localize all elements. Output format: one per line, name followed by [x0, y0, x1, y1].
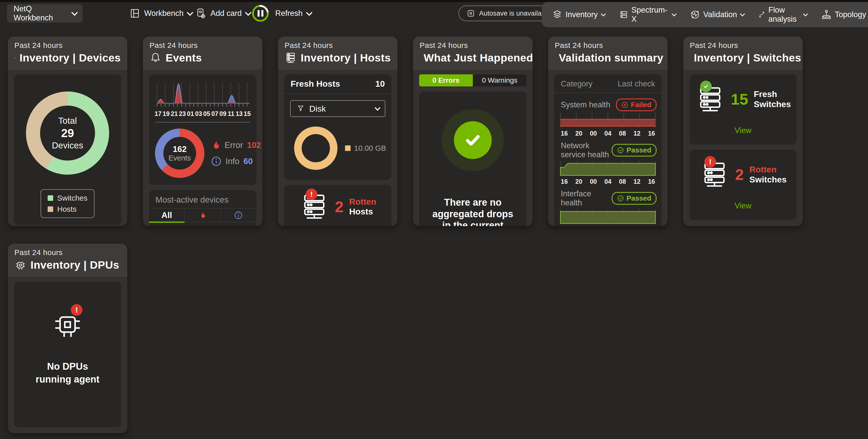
check-circle-icon — [617, 147, 624, 154]
x-axis-labels: 1620 0004 0812 16 — [557, 178, 659, 185]
filter-funnel-icon — [297, 104, 305, 113]
card-title: Inventory | DPUs — [31, 259, 119, 271]
legend-item-info: Info 60 — [211, 156, 261, 166]
chevron-down-icon — [803, 11, 808, 17]
workbench-icon — [129, 7, 141, 19]
nav-item-flow-analysis[interactable]: Flow analysis — [758, 5, 806, 24]
events-summary-panel: 1719 2123 0103 0507 0911 1315 162 Events — [149, 74, 256, 185]
timeframe-label: Past 24 hours — [555, 41, 661, 50]
tab-info[interactable] — [221, 209, 256, 222]
metric-select[interactable]: Disk — [290, 100, 385, 117]
most-active-devices-panel: Most-active devices All — [149, 190, 256, 226]
metric-select-value: Disk — [309, 104, 370, 114]
validation-row-interface-health: Interface health Passed — [554, 185, 661, 208]
refresh-menu[interactable]: Refresh — [252, 4, 311, 23]
workbench-menu[interactable]: Workbench — [129, 4, 191, 23]
view-fresh-switches-link[interactable]: View — [735, 126, 751, 135]
card-header: Past 24 hours Inventory | Switches — [683, 36, 803, 69]
rotten-hosts-icon — [299, 191, 330, 222]
timeframe-label: Past 24 hours — [420, 41, 526, 50]
route-icon — [758, 9, 765, 20]
check-badge-icon — [700, 81, 712, 92]
x-axis-labels: 1620 0004 0812 16 — [557, 130, 659, 137]
devices-donut-chart: Total 29 Devices — [26, 92, 109, 175]
donut-center-bottom: Devices — [52, 140, 83, 151]
donut-center-top: Total — [58, 116, 77, 126]
info-circle-icon — [234, 211, 243, 220]
rotten-switches-icon — [700, 159, 730, 190]
validation-row-network-service-health: Network service health Passed — [554, 137, 661, 159]
netq-dashboard: { "topbar": { "workspace": { "label": "N… — [0, 0, 868, 439]
chevron-down-icon — [306, 9, 312, 15]
validation-table-header: Category Last check — [554, 74, 661, 93]
server-stack-icon — [284, 52, 297, 64]
system-health-chart: 1620 0004 0812 16 — [554, 111, 661, 137]
autosave-status-label: Autosave is unavailable — [479, 9, 551, 18]
status-badge: Failed — [616, 98, 656, 111]
nav-item-label: Flow analysis — [769, 5, 800, 24]
rotten-switches-count: 2 — [735, 165, 744, 184]
fresh-hosts-label: Fresh Hosts — [290, 79, 340, 89]
timeframe-label: Past 24 hours — [690, 41, 796, 50]
legend-item-switches: Switches — [48, 194, 88, 202]
errors-toggle-button[interactable]: 0 Errors — [419, 74, 473, 87]
status-badge: Passed — [612, 144, 656, 157]
divider — [155, 122, 250, 123]
donut-center-label: Events — [168, 154, 191, 162]
card-title: Events — [165, 52, 202, 64]
rotten-hosts-count: 2 — [335, 198, 343, 216]
validation-table-panel: Category Last check System health Failed — [554, 74, 661, 226]
nav-item-inventory[interactable]: Inventory — [552, 9, 604, 20]
hosts-swatch — [48, 207, 53, 212]
nav-item-topology[interactable]: Topology — [821, 9, 868, 20]
devices-legend: Switches Hosts — [40, 189, 94, 218]
fresh-switches-panel: 15 Fresh Switches View — [689, 74, 797, 145]
rotten-switches-panel: 2 Rotten Switches View — [689, 150, 797, 220]
tab-all[interactable]: All — [149, 209, 185, 222]
wjh-status-panel: There are no aggregated drops in the cur… — [419, 92, 527, 226]
fresh-hosts-count: 10 — [375, 79, 385, 89]
wjh-error-warning-toggle: 0 Errors 0 Warnings — [419, 74, 527, 87]
timeframe-label: Past 24 hours — [14, 41, 121, 50]
column-last-check: Last check — [618, 80, 655, 89]
wjh-empty-message: There are no aggregated drops in the cur… — [428, 197, 518, 226]
alert-badge-icon — [705, 156, 716, 167]
workspace-selector[interactable]: NetQ Workbench — [7, 4, 83, 23]
server-stack-icon — [619, 9, 628, 20]
alert-badge-icon — [71, 304, 83, 316]
card-title: Inventory | Switches — [694, 52, 801, 64]
add-card-menu[interactable]: Add card — [195, 4, 250, 23]
fresh-switches-icon — [695, 84, 725, 115]
global-nav: Inventory Spectrum-X Validation Flo — [542, 2, 868, 27]
nav-item-spectrum-x[interactable]: Spectrum-X — [619, 5, 675, 24]
timeframe-label: Past 24 hours — [284, 41, 391, 50]
workbench-menu-label: Workbench — [144, 9, 184, 18]
nav-item-label: Validation — [704, 10, 737, 19]
bell-icon — [150, 52, 161, 64]
status-badge: Passed — [612, 192, 656, 205]
hosts-word: Hosts — [349, 207, 376, 217]
card-validation-summary: Past 24 hours Validation summary Categor… — [548, 36, 668, 226]
card-header: Past 24 hours Events — [143, 36, 262, 69]
donut-center-value: 29 — [61, 126, 74, 140]
warnings-toggle-button[interactable]: 0 Warnings — [473, 74, 527, 87]
interface-health-chart: 1620 0004 0812 16 — [554, 208, 661, 226]
x-circle-icon — [621, 101, 628, 108]
refresh-pause-icon[interactable] — [252, 5, 269, 22]
disk-donut-chart — [294, 126, 338, 170]
tab-errors[interactable] — [185, 209, 220, 222]
card-what-just-happened: Past 24 hours What Just Happened 0 Error… — [413, 36, 532, 226]
events-donut-chart: 162 Events — [155, 128, 205, 178]
chevron-down-icon — [600, 11, 606, 17]
card-title: Inventory | Hosts — [301, 52, 391, 64]
add-card-icon — [195, 7, 207, 19]
card-header: Past 24 hours Inventory | Devices — [8, 36, 127, 69]
chevron-down-icon — [245, 9, 251, 15]
timeframe-label: Past 24 hours — [150, 41, 256, 50]
info-circle-icon — [211, 156, 221, 166]
dpu-chip-icon — [14, 259, 27, 271]
nav-item-validation[interactable]: Validation — [690, 9, 744, 20]
nav-item-label: Spectrum-X — [631, 5, 669, 24]
view-rotten-switches-link[interactable]: View — [735, 201, 751, 211]
flame-icon — [199, 211, 206, 219]
